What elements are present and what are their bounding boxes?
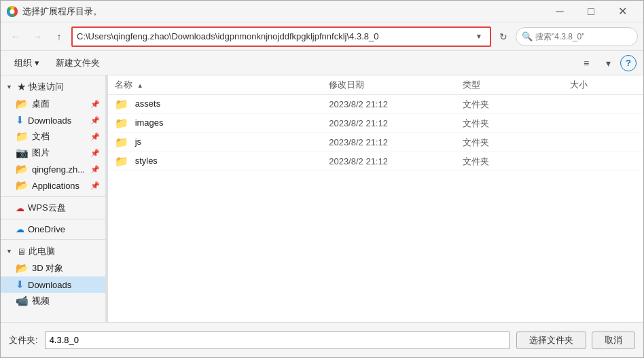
wps-cloud-icon: ☁: [16, 203, 24, 213]
file-name: assets: [135, 99, 161, 109]
sidebar-section-onedrive: ☁ OneDrive: [1, 222, 105, 236]
sidebar-divider-2: [1, 219, 105, 219]
sidebar: ▼ ★ 快速访问 📂 桌面 📌 ⬇ Downloads 📌 📁 文档: [1, 75, 106, 322]
col-header-name[interactable]: 名称 ▲: [108, 75, 322, 95]
folder-row-icon: 📁: [115, 118, 128, 129]
folder-row-icon: 📁: [115, 137, 128, 148]
minimize-button[interactable]: ─: [544, 1, 575, 22]
sidebar-item-onedrive-label: OneDrive: [28, 224, 65, 234]
file-size: [563, 152, 643, 171]
refresh-button[interactable]: ↻: [494, 27, 513, 46]
table-row[interactable]: 📁 images 2023/8/2 21:12 文件夹: [108, 114, 643, 133]
table-row[interactable]: 📁 assets 2023/8/2 21:12 文件夹: [108, 95, 643, 114]
user-folder-icon: 📂: [16, 163, 29, 175]
address-dropdown-button[interactable]: ▼: [472, 28, 486, 46]
main-area: ▼ ★ 快速访问 📂 桌面 📌 ⬇ Downloads 📌 📁 文档: [1, 75, 643, 322]
sidebar-divider-3: [1, 239, 105, 240]
sidebar-pc-header[interactable]: ▼ 🖥 此电脑: [1, 243, 105, 260]
sidebar-item-desktop-label: 桌面: [32, 98, 50, 110]
sidebar-section-pc: ▼ 🖥 此电脑 📂 3D 对象 ⬇ Downloads 📹 视频: [1, 243, 105, 309]
up-button[interactable]: ↑: [50, 27, 69, 46]
file-date: 2023/8/2 21:12: [322, 133, 456, 152]
sidebar-item-downloads-label: Downloads: [28, 115, 71, 126]
new-folder-button[interactable]: 新建文件夹: [49, 54, 107, 73]
sidebar-item-downloads2[interactable]: ⬇ Downloads: [1, 276, 105, 293]
filename-label: 文件夹:: [9, 334, 38, 346]
sort-arrow-icon: ▲: [137, 82, 143, 89]
pictures-folder-icon: 📷: [16, 147, 29, 159]
address-bar[interactable]: C:\Users\qingfeng.zhao\Downloads\idgpnmo…: [71, 26, 491, 47]
sidebar-item-onedrive[interactable]: ☁ OneDrive: [1, 222, 105, 236]
file-type: 文件夹: [456, 133, 563, 152]
back-button[interactable]: ←: [6, 27, 25, 46]
sidebar-item-documents[interactable]: 📁 文档 📌: [1, 128, 105, 145]
applications-folder-icon: 📂: [16, 179, 29, 192]
table-row[interactable]: 📁 js 2023/8/2 21:12 文件夹: [108, 133, 643, 152]
file-table-body: 📁 assets 2023/8/2 21:12 文件夹 📁 images 202…: [108, 95, 643, 171]
col-header-type[interactable]: 类型: [456, 75, 563, 95]
sidebar-item-qingfeng-label: qingfeng.zh...: [32, 164, 85, 175]
sidebar-item-pc-label: 此电脑: [29, 245, 55, 257]
sidebar-item-wps-label: WPS云盘: [28, 202, 66, 214]
organize-button[interactable]: 组织 ▾: [7, 54, 46, 73]
sidebar-item-3d[interactable]: 📂 3D 对象: [1, 260, 105, 276]
file-type: 文件夹: [456, 114, 563, 133]
download-folder-icon: ⬇: [16, 114, 24, 126]
sidebar-item-qingfeng[interactable]: 📂 qingfeng.zh... 📌: [1, 161, 105, 177]
sidebar-item-pictures[interactable]: 📷 图片 📌: [1, 145, 105, 161]
search-box: 🔍: [516, 27, 638, 46]
search-input[interactable]: [535, 32, 637, 41]
title-bar: 选择扩展程序目录。 ─ □ ✕: [1, 1, 643, 22]
sidebar-section-quick-access: ▼ ★ 快速访问 📂 桌面 📌 ⬇ Downloads 📌 📁 文档: [1, 78, 105, 194]
sidebar-quick-access-header[interactable]: ▼ ★ 快速访问: [1, 78, 105, 96]
videos-folder-icon: 📹: [16, 295, 29, 307]
sidebar-item-downloads2-label: Downloads: [28, 280, 71, 290]
file-name: js: [135, 137, 141, 147]
bottom-buttons: 选择文件夹 取消: [516, 332, 635, 349]
col-header-date[interactable]: 修改日期: [322, 75, 456, 95]
forward-button[interactable]: →: [28, 27, 47, 46]
filename-input[interactable]: [45, 332, 509, 349]
file-size: [563, 114, 643, 133]
sidebar-divider-1: [1, 196, 105, 197]
chrome-icon: [6, 5, 18, 18]
view-dropdown-button[interactable]: ▾: [598, 54, 618, 73]
file-table: 名称 ▲ 修改日期 类型 大小 📁 assets 2023/8/2 21:12 …: [108, 75, 643, 171]
quick-access-label: 快速访问: [29, 81, 64, 93]
toolbar-right: ≡ ▾ ?: [577, 54, 637, 73]
sidebar-item-downloads[interactable]: ⬇ Downloads 📌: [1, 112, 105, 128]
view-toggle-button[interactable]: ≡: [577, 54, 596, 73]
sidebar-item-wps[interactable]: ☁ WPS云盘: [1, 200, 105, 216]
file-table-header: 名称 ▲ 修改日期 类型 大小: [108, 75, 643, 95]
sidebar-item-pictures-label: 图片: [32, 147, 50, 159]
file-size: [563, 95, 643, 114]
address-row: ← → ↑ C:\Users\qingfeng.zhao\Downloads\i…: [1, 22, 643, 51]
file-type: 文件夹: [456, 95, 563, 114]
folder-row-icon: 📁: [115, 99, 128, 110]
sidebar-item-videos[interactable]: 📹 视频: [1, 293, 105, 309]
downloads2-icon: ⬇: [16, 279, 24, 291]
title-text: 选择扩展程序目录。: [22, 5, 544, 18]
file-name: styles: [135, 156, 158, 166]
select-folder-button[interactable]: 选择文件夹: [516, 332, 586, 349]
sidebar-item-desktop[interactable]: 📂 桌面 📌: [1, 96, 105, 112]
chevron-down-icon: ▼: [6, 84, 14, 90]
pin-icon-downloads: 📌: [90, 116, 100, 125]
file-date: 2023/8/2 21:12: [322, 114, 456, 133]
sidebar-item-3d-label: 3D 对象: [32, 262, 63, 274]
pc-icon: 🖥: [17, 247, 26, 257]
sidebar-item-applications[interactable]: 📂 Applications 📌: [1, 177, 105, 194]
col-header-size[interactable]: 大小: [563, 75, 643, 95]
table-row[interactable]: 📁 styles 2023/8/2 21:12 文件夹: [108, 152, 643, 171]
chevron-down-icon-pc: ▼: [6, 248, 14, 255]
file-area: 名称 ▲ 修改日期 类型 大小 📁 assets 2023/8/2 21:12 …: [108, 75, 643, 322]
cancel-button[interactable]: 取消: [592, 332, 635, 349]
close-button[interactable]: ✕: [607, 1, 638, 22]
help-button[interactable]: ?: [620, 55, 637, 71]
onedrive-icon: ☁: [16, 224, 24, 234]
sidebar-item-documents-label: 文档: [32, 130, 50, 143]
sidebar-section-wps: ☁ WPS云盘: [1, 200, 105, 216]
sidebar-item-videos-label: 视频: [32, 295, 50, 307]
maximize-button[interactable]: □: [575, 1, 607, 22]
file-dialog-window: 选择扩展程序目录。 ─ □ ✕ ← → ↑ C:\Users\qingfeng.…: [0, 0, 644, 358]
